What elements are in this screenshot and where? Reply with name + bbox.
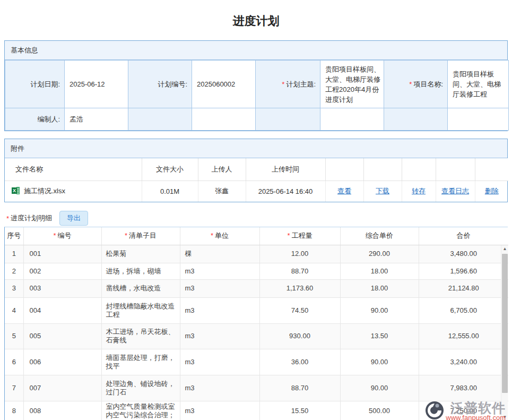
row-unit-price: 90.00 <box>340 349 419 375</box>
row-quantity: 88.70 <box>259 263 340 279</box>
view-link[interactable]: 查看 <box>337 187 351 195</box>
detail-header-row: 序号 *编号 *清单子目 *单位 *工程量 综合单价 合价 <box>5 227 508 245</box>
row-total: 6,705.00 <box>419 297 508 323</box>
table-row: 4 004 封埋线槽隐蔽水电改造工程 m3 74.50 90.00 6,705.… <box>5 297 508 323</box>
attachment-action-cell: 下载 <box>363 181 402 202</box>
download-link[interactable]: 下载 <box>376 187 389 195</box>
row-code: 005 <box>23 323 101 349</box>
row-total: 3,240.00 <box>419 349 508 375</box>
row-total: 3,480.00 <box>419 245 508 263</box>
row-quantity: 74.50 <box>259 297 340 323</box>
table-row: 6 006 墙面基层处理，打磨，找平 m3 36.00 90.00 3,240.… <box>5 349 508 375</box>
row-unit: m3 <box>180 401 259 420</box>
attachment-file-name-cell: X 施工情况.xlsx <box>5 181 142 202</box>
basic-info-table: 计划日期: 2025-06-12 计划编号: 2025060002 *计划主题:… <box>5 60 509 131</box>
row-code: 004 <box>23 297 101 323</box>
row-no: 4 <box>5 297 23 323</box>
row-total: 12,555.00 <box>419 323 508 349</box>
row-item: 松果菊 <box>101 245 180 263</box>
col-code: *编号 <box>23 227 101 245</box>
delete-link[interactable]: 删除 <box>485 187 499 195</box>
row-unit: 棵 <box>180 245 259 263</box>
attachment-file-size: 0.01M <box>142 181 198 202</box>
row-item: 封埋线槽隐蔽水电改造工程 <box>101 297 180 323</box>
required-mark: * <box>282 80 284 88</box>
row-item: 处理边角、铺设地砖，过门石 <box>101 375 180 401</box>
plan-no-value: 2025060002 <box>192 61 256 108</box>
col-quantity: *工程量 <box>259 227 340 245</box>
empty-label-cell <box>256 108 320 131</box>
row-quantity: 88.70 <box>259 375 340 401</box>
col-file-size: 文件大小 <box>142 158 198 181</box>
attachments-header-row: 文件名称 文件大小 上传人 上传时间 <box>5 158 508 181</box>
plan-subject-value: 贵阳项目样板间、大堂、电梯厅装修工程2020年4月份进度计划 <box>320 61 384 108</box>
row-quantity: 930.00 <box>259 323 340 349</box>
col-action <box>325 158 363 181</box>
table-row: 3 003 凿线槽，水电改造 m3 1,173.60 18.00 21,124.… <box>5 279 508 297</box>
col-no: 序号 <box>5 227 23 245</box>
required-mark: * <box>287 232 290 239</box>
col-uploader: 上传人 <box>198 158 246 181</box>
row-no: 2 <box>5 263 23 279</box>
row-unit-price: 90.00 <box>340 375 419 401</box>
attachment-action-cell: 查看 <box>325 181 363 202</box>
vertical-scrollbar[interactable]: ▲ ▼ <box>501 245 508 420</box>
row-item: 木工进场，吊天花板、石膏线 <box>101 323 180 349</box>
row-unit-price: 290.00 <box>340 245 419 263</box>
empty-value-cell <box>320 108 384 131</box>
col-unit: *单位 <box>180 227 259 245</box>
save-as-link[interactable]: 转存 <box>412 187 426 195</box>
attachment-row: X 施工情况.xlsx 0.01M 张鑫 2025-06-14 16:40 查看… <box>5 181 508 202</box>
empty-value-cell <box>448 108 509 131</box>
row-no: 1 <box>5 245 23 263</box>
row-unit-price: 500.00 <box>340 401 419 420</box>
detail-section-title: 进度计划明细 <box>11 213 52 223</box>
page-title: 进度计划 <box>0 0 512 40</box>
attachments-table: 文件名称 文件大小 上传人 上传时间 <box>5 158 508 202</box>
row-no: 6 <box>5 349 23 375</box>
row-unit: m3 <box>180 375 259 401</box>
row-no: 7 <box>5 375 23 401</box>
export-button[interactable]: 导出 <box>59 211 88 226</box>
row-unit-price: 13.50 <box>340 323 419 349</box>
detail-grid: 序号 *编号 *清单子目 *单位 *工程量 综合单价 合价 1 001 松果菊 … <box>4 227 508 420</box>
plan-subject-label: *计划主题: <box>256 61 320 108</box>
required-mark: * <box>6 215 9 222</box>
col-total: 合价 <box>419 227 508 245</box>
table-row: 2 002 进场，拆墙，砌墙 m3 88.70 18.00 1,596.60 <box>5 263 508 279</box>
attachment-action-cell: 转存 <box>402 181 436 202</box>
basic-info-section-header: 基本信息 <box>5 41 507 60</box>
plan-date-value: 2025-06-12 <box>65 61 128 108</box>
row-unit: m3 <box>180 263 259 279</box>
empty-label-cell <box>128 108 192 131</box>
scrollbar-thumb[interactable] <box>502 254 508 393</box>
row-total: 1,596.60 <box>419 263 508 279</box>
row-unit-price: 18.00 <box>340 263 419 279</box>
plan-date-label: 计划日期: <box>5 61 65 108</box>
row-unit: m3 <box>180 349 259 375</box>
project-name-label: *项目名称: <box>384 61 448 108</box>
empty-value-cell <box>192 108 256 131</box>
row-code: 002 <box>23 263 101 279</box>
row-no: 5 <box>5 323 23 349</box>
row-quantity: 15.50 <box>259 401 340 420</box>
scroll-down-arrow-icon[interactable]: ▼ <box>501 414 508 420</box>
attachments-section-header: 附件 <box>5 139 507 158</box>
scroll-up-arrow-icon[interactable]: ▲ <box>501 245 508 253</box>
view-log-link[interactable]: 查看日志 <box>441 187 469 195</box>
row-quantity: 12.00 <box>259 245 340 263</box>
col-file-name: 文件名称 <box>5 158 142 181</box>
row-total: 7,750.00 <box>419 401 508 420</box>
row-total: 21,124.80 <box>419 279 508 297</box>
row-unit: m3 <box>180 297 259 323</box>
empty-label-cell <box>384 108 448 131</box>
col-action <box>475 158 508 181</box>
detail-title-row: * 进度计划明细 导出 <box>4 210 508 227</box>
attachment-uploader: 张鑫 <box>198 181 246 202</box>
row-item: 进场，拆墙，砌墙 <box>101 263 180 279</box>
col-action <box>402 158 436 181</box>
col-item: *清单子目 <box>101 227 180 245</box>
row-item: 凿线槽，水电改造 <box>101 279 180 297</box>
attachment-action-cell: 查看日志 <box>436 181 475 202</box>
col-upload-time: 上传时间 <box>246 158 325 181</box>
